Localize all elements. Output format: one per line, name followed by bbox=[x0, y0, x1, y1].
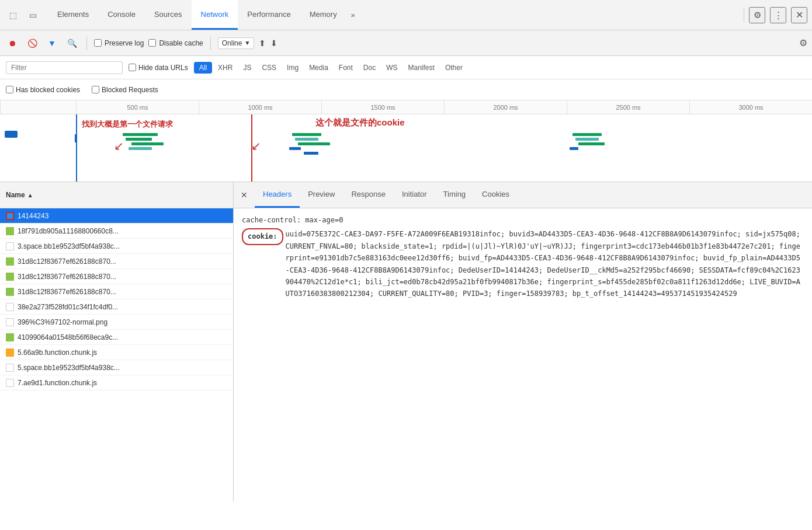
filter-xhr-button[interactable]: XHR bbox=[213, 62, 237, 74]
ruler-mark-1: 500 ms bbox=[76, 100, 199, 114]
svg-rect-12 bbox=[578, 142, 605, 145]
filter-doc-button[interactable]: Doc bbox=[359, 62, 380, 74]
sort-arrow-icon: ▲ bbox=[27, 192, 33, 198]
tab-more[interactable]: » bbox=[346, 0, 360, 30]
svg-rect-4 bbox=[129, 147, 152, 150]
request-item-10[interactable]: 5.space.bb1e9523df5bf4a938c... bbox=[0, 360, 233, 375]
tab-bar-right: ⚙ ⋮ ✕ bbox=[744, 7, 807, 23]
blocked-requests-checkbox[interactable]: Blocked Requests bbox=[92, 86, 158, 94]
request-item-3[interactable]: 31d8c12f83677ef626188c870... bbox=[0, 254, 233, 269]
divider-2 bbox=[210, 36, 211, 50]
filter-ws-button[interactable]: WS bbox=[381, 62, 402, 74]
request-blank-icon bbox=[6, 364, 14, 372]
more-options-icon[interactable]: ⋮ bbox=[770, 7, 786, 23]
tab-performance[interactable]: Performance bbox=[238, 0, 300, 30]
upload-button[interactable]: ⬆ bbox=[259, 39, 266, 48]
request-name: 31d8c12f83677ef626188c870... bbox=[18, 257, 227, 266]
preserve-log-checkbox[interactable]: Preserve log bbox=[94, 39, 144, 47]
request-blank-icon bbox=[6, 379, 14, 387]
request-item-5[interactable]: 31d8c12f83677ef626188c870... bbox=[0, 284, 233, 299]
close-devtools-icon[interactable]: ✕ bbox=[791, 7, 807, 23]
request-item-1[interactable]: 18f791db905a11168800660c8... bbox=[0, 224, 233, 239]
request-name: 5.space.bb1e9523df5bf4a938c... bbox=[18, 364, 227, 372]
right-tab-response[interactable]: Response bbox=[343, 182, 394, 208]
disable-cache-checkbox[interactable]: Disable cache bbox=[148, 39, 203, 47]
tab-sources[interactable]: Sources bbox=[145, 0, 192, 30]
tab-bar: ⬚ ▭ Elements Console Sources Network Per… bbox=[0, 0, 812, 30]
hide-data-urls-checkbox[interactable]: Hide data URLs bbox=[129, 64, 188, 72]
annotation-cookie: 这个就是文件的cookie bbox=[315, 117, 405, 128]
inspect-icon[interactable]: ⬚ bbox=[5, 7, 21, 23]
right-tab-timing[interactable]: Timing bbox=[435, 182, 474, 208]
request-img-icon bbox=[6, 257, 14, 266]
request-item-8[interactable]: 41099064a01548b56f68eca9c... bbox=[0, 330, 233, 345]
filter-media-button[interactable]: Media bbox=[304, 62, 333, 74]
request-item-9[interactable]: 5.66a9b.function.chunk.js bbox=[0, 345, 233, 360]
right-tab-cookies[interactable]: Cookies bbox=[474, 182, 518, 208]
record-button[interactable]: ⏺ bbox=[5, 36, 20, 51]
right-content[interactable]: cache-control: max-age=0 cookie: uuid=07… bbox=[234, 208, 812, 501]
network-throttle[interactable]: Online ▼ bbox=[218, 37, 255, 49]
request-item-4[interactable]: 31d8c12f83677ef626188c870... bbox=[0, 269, 233, 284]
svg-rect-9 bbox=[304, 152, 318, 155]
clear-button[interactable]: 🚫 bbox=[25, 36, 40, 51]
download-button[interactable]: ⬇ bbox=[270, 39, 277, 48]
request-name: 38e2a273f528fd01c34f1fc4df0... bbox=[18, 303, 227, 311]
request-item-6[interactable]: 38e2a273f528fd01c34f1fc4df0... bbox=[0, 299, 233, 315]
close-detail-button[interactable]: ✕ bbox=[238, 189, 250, 201]
filter-img-button[interactable]: Img bbox=[282, 62, 303, 74]
filter-row: Hide data URLs All XHR JS CSS Img Media … bbox=[0, 56, 812, 79]
request-item-2[interactable]: 3.space.bb1e9523df5bf4a938c... bbox=[0, 239, 233, 254]
svg-rect-2 bbox=[126, 138, 152, 141]
request-name: 31d8c12f83677ef626188c870... bbox=[18, 273, 227, 281]
filter-js-button[interactable]: JS bbox=[238, 62, 256, 74]
filter-font-button[interactable]: Font bbox=[334, 62, 358, 74]
filter-other-button[interactable]: Other bbox=[440, 62, 467, 74]
svg-rect-11 bbox=[575, 138, 599, 141]
requests-list[interactable]: 14144243 18f791db905a11168800660c8... 3.… bbox=[0, 208, 233, 501]
right-tab-headers[interactable]: Headers bbox=[255, 182, 300, 208]
settings-icon[interactable]: ⚙ bbox=[749, 7, 765, 23]
right-tabs: ✕ Headers Preview Response Initiator Tim… bbox=[234, 182, 812, 208]
right-tab-initiator[interactable]: Initiator bbox=[394, 182, 435, 208]
request-blank-icon bbox=[6, 242, 14, 250]
filter-input[interactable] bbox=[6, 61, 123, 74]
name-column-header[interactable]: Name ▲ bbox=[6, 191, 33, 199]
timeline-chart: 找到大概是第一个文件请求 ↙ 这个就是文件的cookie ↙ bbox=[0, 114, 812, 182]
request-blank-icon bbox=[6, 318, 14, 326]
request-item-14144243[interactable]: 14144243 bbox=[0, 208, 233, 224]
ruler-mark-3: 1500 ms bbox=[321, 100, 444, 114]
filter-manifest-button[interactable]: Manifest bbox=[404, 62, 439, 74]
tabs: Elements Console Sources Network Perform… bbox=[48, 0, 744, 30]
filter-css-button[interactable]: CSS bbox=[257, 62, 281, 74]
svg-rect-0 bbox=[75, 134, 77, 142]
network-settings-icon[interactable]: ⚙ bbox=[799, 37, 807, 48]
svg-rect-13 bbox=[570, 147, 578, 150]
ruler-mark-4: 2000 ms bbox=[444, 100, 567, 114]
ruler-mark-0 bbox=[0, 100, 76, 114]
request-name: 5.66a9b.function.chunk.js bbox=[18, 348, 227, 357]
right-panel: ✕ Headers Preview Response Initiator Tim… bbox=[234, 182, 812, 501]
tab-elements[interactable]: Elements bbox=[48, 0, 98, 30]
timeline-ruler: 500 ms 1000 ms 1500 ms 2000 ms 2500 ms 3… bbox=[0, 100, 812, 114]
filter-all-button[interactable]: All bbox=[194, 62, 212, 74]
tab-network[interactable]: Network bbox=[192, 0, 238, 30]
search-button[interactable]: 🔍 bbox=[64, 36, 79, 51]
request-item-11[interactable]: 7.ae9d1.function.chunk.js bbox=[0, 375, 233, 390]
filter-type-buttons: All XHR JS CSS Img Media Font Doc WS Man… bbox=[194, 62, 467, 74]
request-name: 18f791db905a11168800660c8... bbox=[18, 227, 227, 235]
device-icon[interactable]: ▭ bbox=[25, 7, 41, 23]
has-blocked-cookies-checkbox[interactable]: Has blocked cookies bbox=[6, 86, 80, 94]
filter-button[interactable]: ▼ bbox=[44, 36, 60, 51]
request-item-7[interactable]: 396%C3%97102-normal.png bbox=[0, 315, 233, 330]
timeline-svg bbox=[0, 128, 812, 182]
right-tab-preview[interactable]: Preview bbox=[300, 182, 343, 208]
request-name: 31d8c12f83677ef626188c870... bbox=[18, 288, 227, 296]
tab-icons: ⬚ ▭ bbox=[5, 7, 41, 23]
request-name: 41099064a01548b56f68eca9c... bbox=[18, 333, 227, 341]
tab-console[interactable]: Console bbox=[98, 0, 145, 30]
request-img-icon bbox=[6, 333, 14, 341]
tab-memory[interactable]: Memory bbox=[300, 0, 346, 30]
svg-rect-5 bbox=[292, 133, 321, 136]
svg-rect-10 bbox=[572, 133, 602, 136]
